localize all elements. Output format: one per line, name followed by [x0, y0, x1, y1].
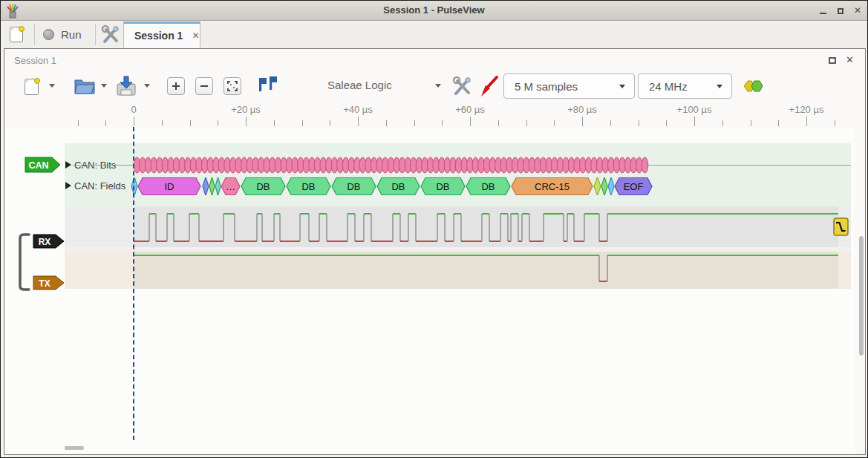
ruler-tick — [78, 120, 79, 126]
tx-tag-label: TX — [39, 278, 50, 289]
ruler-tick — [470, 117, 471, 126]
horizontal-scrollbar[interactable] — [65, 446, 84, 450]
tab-session-1[interactable]: Session 1 ✕ — [123, 22, 200, 48]
session-panel-title: Session 1 — [14, 55, 56, 66]
minimize-button[interactable] — [820, 13, 826, 14]
zoom-in-button[interactable] — [167, 77, 185, 95]
ruler-tick — [190, 120, 191, 126]
vertical-scrollbar[interactable] — [859, 236, 864, 356]
ruler-tick — [274, 120, 275, 126]
ruler-tick — [666, 120, 667, 126]
device-select[interactable]: Saleae Logic — [327, 79, 392, 91]
run-state-icon — [43, 29, 54, 40]
plus-icon — [172, 82, 180, 91]
tx-signal-tag[interactable]: TX — [33, 275, 65, 290]
ruler-tick — [639, 120, 639, 126]
title-bar[interactable]: Session 1 - PulseView ✕ — [1, 1, 867, 21]
ruler-label: +120 µs — [789, 104, 824, 115]
ruler-tick — [694, 117, 695, 126]
ruler-tick — [498, 120, 499, 126]
ruler-tick — [414, 120, 415, 126]
decoder-trace-background — [65, 143, 851, 206]
tab-label: Session 1 — [134, 30, 183, 42]
can-tag-label: CAN — [28, 160, 48, 171]
close-button[interactable]: ✕ — [854, 5, 861, 16]
ruler-label: +40 µs — [343, 104, 373, 115]
ruler-tick — [751, 120, 751, 126]
ruler-tick — [302, 120, 303, 126]
new-session-icon[interactable] — [9, 25, 25, 43]
ruler-tick — [358, 117, 359, 126]
ruler-tick — [722, 120, 723, 126]
device-dropdown-arrow[interactable] — [435, 84, 441, 88]
open-file-dropdown-arrow[interactable] — [101, 84, 107, 88]
run-label: Run — [61, 28, 82, 41]
undock-icon[interactable] — [829, 57, 836, 64]
trigger-marker-icon[interactable] — [833, 217, 849, 236]
save-file-dropdown-arrow[interactable] — [144, 84, 150, 88]
ruler-label: +60 µs — [455, 104, 485, 115]
ruler-tick — [835, 120, 835, 126]
device-config-icon[interactable] — [452, 76, 472, 96]
show-pulses-icon[interactable] — [257, 76, 278, 95]
run-button[interactable]: Run — [43, 24, 82, 45]
ruler-tick — [442, 120, 443, 126]
new-file-dropdown-arrow[interactable] — [49, 84, 55, 88]
zoom-out-button[interactable] — [195, 77, 213, 95]
sample-count-value: 5 M samples — [515, 80, 619, 93]
ruler-label: 0 — [131, 104, 136, 115]
ruler-tick — [778, 120, 779, 126]
row-label-can-bits: CAN: Bits — [74, 160, 116, 171]
sample-rate-value: 24 MHz — [649, 80, 717, 93]
ruler-tick — [218, 120, 218, 126]
maximize-button[interactable] — [838, 8, 843, 14]
ruler-tick — [526, 120, 527, 126]
rx-data-region — [134, 206, 838, 247]
ruler-tick — [134, 117, 134, 126]
ruler-tick — [554, 120, 555, 126]
open-file-icon[interactable] — [74, 77, 95, 95]
main-toolbar: Run Session 1 ✕ — [1, 22, 868, 48]
can-decoder-tag[interactable]: CAN — [25, 157, 62, 173]
add-decoder-icon[interactable] — [743, 79, 764, 93]
expand-arrow-bits[interactable] — [65, 161, 71, 169]
ruler-label: +20 µs — [231, 104, 261, 115]
panel-close-icon[interactable]: ✕ — [846, 54, 854, 65]
ruler-tick — [610, 120, 611, 126]
ruler-tick — [162, 120, 163, 126]
toolbar-separator — [34, 24, 35, 45]
time-cursor[interactable] — [133, 127, 134, 440]
expand-arrow-fields[interactable] — [65, 182, 71, 189]
tx-data-region — [134, 252, 838, 289]
sample-count-dropdown-arrow — [619, 85, 625, 88]
pulseview-window: Session 1 - PulseView ✕ Run Session 1 ✕ — [0, 0, 868, 458]
probe-channels-icon[interactable] — [480, 75, 499, 97]
ruler-tick — [582, 117, 583, 126]
sample-count-select[interactable]: 5 M samples — [503, 73, 635, 99]
ruler-tick — [246, 117, 247, 126]
rx-signal-tag[interactable]: RX — [33, 234, 65, 249]
minus-icon — [200, 82, 209, 91]
save-file-icon[interactable] — [116, 76, 137, 96]
tab-close-icon[interactable]: ✕ — [192, 30, 199, 41]
sample-rate-dropdown-arrow — [717, 85, 722, 88]
signal-group-bracket[interactable] — [18, 232, 33, 292]
ruler-tick — [330, 120, 330, 126]
ruler-label: +80 µs — [567, 104, 597, 115]
rx-tag-label: RX — [39, 237, 51, 247]
ruler-tick — [105, 120, 106, 126]
ruler-tick — [806, 117, 807, 126]
toolbar-separator — [95, 24, 96, 45]
zoom-fit-button[interactable] — [223, 77, 241, 95]
settings-tools-icon[interactable] — [101, 24, 120, 45]
new-file-icon[interactable] — [24, 76, 40, 96]
sample-rate-select[interactable]: 24 MHz — [638, 73, 732, 99]
fit-corners-icon — [227, 81, 238, 91]
ruler-tick — [386, 120, 387, 126]
ruler-label: +100 µs — [677, 104, 712, 115]
row-label-can-fields: CAN: Fields — [74, 180, 125, 192]
window-title: Session 1 - PulseView — [1, 4, 867, 16]
session-toolbar: Saleae Logic 5 M samples 24 MHz — [4, 70, 865, 104]
